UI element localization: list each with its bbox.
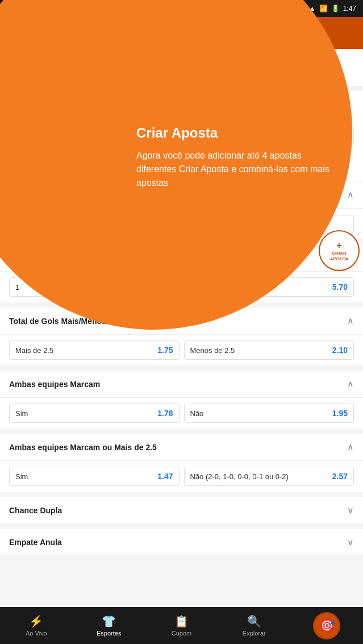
bet-group-chance-dupla: Chance Dupla ∨ bbox=[0, 497, 363, 524]
chevron-up-icon: ∧ bbox=[347, 442, 354, 452]
time: 1:47 bbox=[343, 5, 356, 13]
signal-icon: 📶 bbox=[319, 5, 328, 13]
bet-group-ambas-marcam-mais: Ambas equipes Marcam ou Mais de 2.5 ∧ Si… bbox=[0, 434, 363, 492]
chevron-down-icon: ∨ bbox=[347, 505, 354, 516]
bet-row: Mais de 2.5 1.75 Menos de 2.5 2.10 bbox=[0, 335, 363, 366]
bet-group-empate-anula: Empate Anula ∨ bbox=[0, 529, 363, 556]
bet-group-title: Chance Dupla bbox=[9, 506, 62, 515]
nav-explorar[interactable]: 🔍 Explorar bbox=[218, 614, 290, 637]
sports-icon: 👕 bbox=[102, 614, 116, 628]
chevron-up-icon: ∧ bbox=[347, 379, 354, 389]
battery-icon: 🔋 bbox=[331, 5, 340, 13]
lightning-icon: ⚡ bbox=[29, 614, 43, 628]
bet-group-header-ambas-marcam-mais[interactable]: Ambas equipes Marcam ou Mais de 2.5 ∧ bbox=[0, 434, 363, 461]
chevron-down-icon: ∨ bbox=[347, 537, 354, 547]
status-right: ▲ 📶 🔋 1:47 bbox=[309, 5, 356, 13]
footer-nav: ⚡ Ao Vivo 👕 Esportes 📋 Cupom 🔍 Explorar … bbox=[0, 607, 363, 644]
bet-item-nao[interactable]: Não 1.95 bbox=[184, 404, 354, 423]
bet-group-title: Empate Anula bbox=[9, 538, 62, 547]
cupom-icon: 📋 bbox=[174, 614, 189, 628]
bet-group-header-ambas-marcam[interactable]: Ambas equipes Marcam ∧ bbox=[0, 371, 363, 398]
nav-cupom[interactable]: 📋 Cupom bbox=[145, 614, 218, 637]
bet-group-ambas-marcam: Ambas equipes Marcam ∧ Sim 1.78 Não 1.95 bbox=[0, 371, 363, 429]
bet-group-header-empate-anula[interactable]: Empate Anula ∨ bbox=[0, 529, 363, 556]
bet-group-header-chance-dupla[interactable]: Chance Dupla ∨ bbox=[0, 497, 363, 524]
bet-group-title: Ambas equipes Marcam ou Mais de 2.5 bbox=[9, 443, 157, 452]
bet-row: Sim 1.78 Não 1.95 bbox=[0, 398, 363, 429]
plus-icon: + bbox=[336, 240, 341, 251]
criar-aposta-button[interactable]: + CRIARAPOSTA bbox=[319, 230, 360, 271]
bet-group-title: Ambas equipes Marcam bbox=[9, 380, 100, 389]
bet-item-sim-mais[interactable]: Sim 1.47 bbox=[9, 467, 180, 486]
bet-item-nao-mais[interactable]: Não (2-0, 1-0, 0-0, 0-1 ou 0-2) 2.57 bbox=[184, 467, 354, 486]
chevron-up-icon: ∧ bbox=[347, 189, 354, 200]
betano-circle-icon: 🎯 bbox=[313, 612, 340, 639]
bet-item-sim[interactable]: Sim 1.78 bbox=[9, 404, 180, 423]
bet-row: Sim 1.47 Não (2-0, 1-0, 0-0, 0-1 ou 0-2)… bbox=[0, 461, 363, 492]
chevron-up-icon: ∧ bbox=[347, 315, 354, 326]
bet-item-menos-2.5[interactable]: Menos de 2.5 2.10 bbox=[184, 340, 354, 360]
bet-item-mais-2.5[interactable]: Mais de 2.5 1.75 bbox=[9, 340, 180, 360]
nav-esportes[interactable]: 👕 Esportes bbox=[73, 614, 145, 637]
nav-special[interactable]: 🎯 bbox=[290, 612, 363, 639]
search-icon: 🔍 bbox=[247, 614, 261, 628]
nav-ao-vivo[interactable]: ⚡ Ao Vivo bbox=[0, 614, 73, 637]
